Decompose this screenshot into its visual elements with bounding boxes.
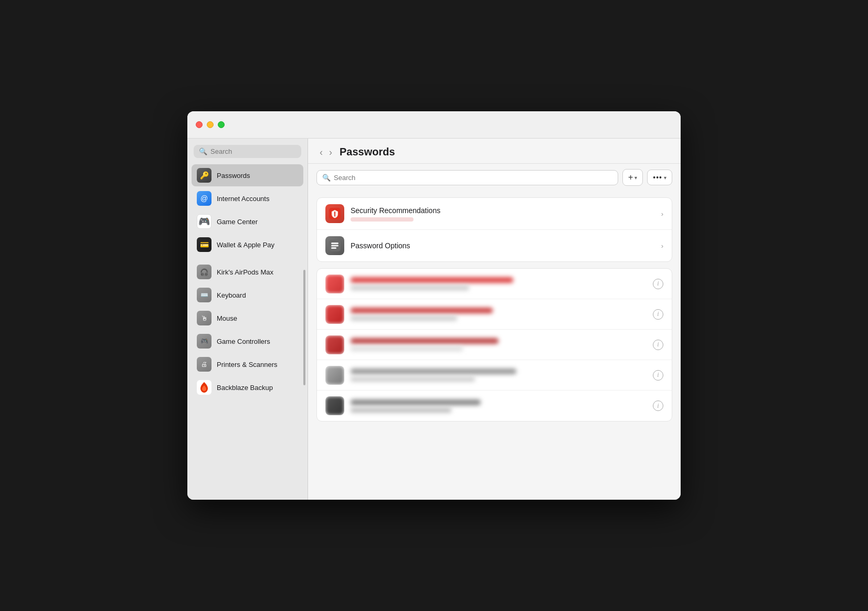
sidebar-item-backblaze[interactable]: Backblaze Backup [192, 376, 303, 398]
sidebar-item-label: Kirk's AirPods Max [217, 268, 273, 276]
content-area: 🔍 🔑 Passwords @ Internet Accounts [187, 139, 681, 500]
password-icon-1 [325, 275, 344, 293]
sidebar-item-printers[interactable]: 🖨 Printers & Scanners [192, 353, 303, 375]
special-items-section: Security Recommendations › [316, 197, 672, 262]
password-entry-3[interactable]: i [317, 330, 672, 360]
password-icon-4 [325, 366, 344, 385]
printers-icon: 🖨 [197, 357, 211, 372]
password-options-content: Password Options [351, 241, 655, 250]
main-body: Security Recommendations › [308, 191, 681, 500]
main-search-input[interactable] [334, 174, 612, 182]
password-name-3 [351, 338, 499, 344]
sidebar-item-wallet[interactable]: 💳 Wallet & Apple Pay [192, 234, 303, 256]
password-user-5 [351, 408, 451, 413]
info-button-5[interactable]: i [653, 401, 663, 411]
password-content-5 [351, 399, 647, 413]
security-recommendations-content: Security Recommendations [351, 206, 655, 222]
password-name-5 [351, 399, 481, 405]
more-options-button[interactable]: ••• ▾ [647, 170, 672, 185]
password-name-2 [351, 308, 493, 313]
sidebar-item-keyboard[interactable]: ⌨️ Keyboard [192, 284, 303, 306]
password-user-2 [351, 316, 457, 321]
maximize-button[interactable] [218, 121, 225, 128]
game-center-icon: 🎮 [197, 214, 211, 229]
info-button-1[interactable]: i [653, 279, 663, 289]
add-button[interactable]: + ▾ [622, 169, 643, 186]
security-recommendations-subtitle [351, 217, 414, 222]
search-icon: 🔍 [322, 174, 331, 182]
main-toolbar: 🔍 + ▾ ••• ▾ [308, 164, 681, 191]
password-options-row[interactable]: Password Options › [317, 230, 672, 261]
minimize-button[interactable] [207, 121, 214, 128]
sidebar-item-mouse[interactable]: 🖱 Mouse [192, 307, 303, 329]
sidebar-search-input[interactable] [210, 148, 296, 155]
backblaze-icon [197, 380, 211, 395]
password-entry-5[interactable]: i [317, 391, 672, 421]
search-icon: 🔍 [199, 148, 207, 155]
password-icon-3 [325, 335, 344, 354]
forward-button[interactable]: › [328, 148, 333, 157]
password-entry-1[interactable]: i [317, 269, 672, 299]
sidebar-divider [192, 257, 303, 261]
traffic-lights [196, 121, 225, 128]
sidebar-search-box[interactable]: 🔍 [194, 145, 301, 158]
info-button-4[interactable]: i [653, 370, 663, 381]
sidebar: 🔍 🔑 Passwords @ Internet Accounts [187, 139, 308, 500]
back-button[interactable]: ‹ [319, 148, 324, 157]
sidebar-item-game-center[interactable]: 🎮 Game Center [192, 210, 303, 233]
chevron-right-icon: › [661, 242, 663, 250]
game-controllers-icon: 🎮 [197, 334, 211, 349]
ellipsis-icon: ••• [653, 173, 662, 182]
wallet-icon: 💳 [197, 237, 211, 252]
sidebar-item-game-controllers[interactable]: 🎮 Game Controllers [192, 330, 303, 352]
sidebar-item-internet-accounts[interactable]: @ Internet Accounts [192, 187, 303, 209]
sidebar-item-label: Passwords [217, 172, 250, 180]
sidebar-list: 🔑 Passwords @ Internet Accounts 🎮 Game C… [187, 162, 308, 500]
password-name-1 [351, 277, 513, 283]
sidebar-scrollbar[interactable] [303, 244, 306, 494]
sidebar-item-label: Game Controllers [217, 338, 270, 345]
password-entry-2[interactable]: i [317, 299, 672, 330]
sidebar-item-label: Backblaze Backup [217, 384, 273, 392]
scrollbar-thumb [303, 270, 305, 385]
titlebar [187, 111, 681, 139]
keyboard-icon: ⌨️ [197, 288, 211, 302]
sidebar-item-passwords[interactable]: 🔑 Passwords [192, 164, 303, 186]
sidebar-item-label: Internet Accounts [217, 195, 269, 203]
main-content: ‹ › Passwords 🔍 + ▾ ••• ▾ [308, 139, 681, 500]
nav-buttons: ‹ › [319, 148, 333, 157]
security-recommendations-icon [325, 204, 344, 223]
security-recommendations-title: Security Recommendations [351, 206, 655, 215]
chevron-right-icon: › [661, 210, 663, 218]
svg-rect-3 [331, 245, 338, 247]
svg-rect-4 [331, 247, 336, 249]
password-content-1 [351, 277, 647, 290]
password-icon-2 [325, 305, 344, 324]
security-recommendations-row[interactable]: Security Recommendations › [317, 198, 672, 230]
info-button-2[interactable]: i [653, 309, 663, 320]
airpods-icon: 🎧 [197, 265, 211, 279]
chevron-down-icon: ▾ [634, 175, 637, 181]
password-content-2 [351, 308, 647, 321]
sidebar-search-area: 🔍 [187, 139, 308, 162]
page-title: Passwords [340, 146, 395, 158]
password-content-3 [351, 338, 647, 351]
internet-accounts-icon: @ [197, 191, 211, 206]
password-user-3 [351, 346, 463, 351]
main-header: ‹ › Passwords [308, 139, 681, 164]
password-user-1 [351, 286, 469, 290]
info-button-3[interactable]: i [653, 340, 663, 350]
mouse-icon: 🖱 [197, 311, 211, 325]
sidebar-item-airpods[interactable]: 🎧 Kirk's AirPods Max [192, 261, 303, 283]
chevron-down-icon: ▾ [664, 175, 666, 181]
sidebar-item-label: Keyboard [217, 291, 246, 299]
main-search-box[interactable]: 🔍 [316, 170, 618, 185]
close-button[interactable] [196, 121, 203, 128]
add-icon: + [628, 173, 633, 182]
password-entry-4[interactable]: i [317, 360, 672, 391]
passwords-icon: 🔑 [197, 168, 211, 183]
main-window: 🔍 🔑 Passwords @ Internet Accounts [187, 111, 681, 500]
sidebar-item-label: Game Center [217, 218, 258, 226]
password-icon-5 [325, 396, 344, 415]
sidebar-item-label: Mouse [217, 314, 237, 322]
